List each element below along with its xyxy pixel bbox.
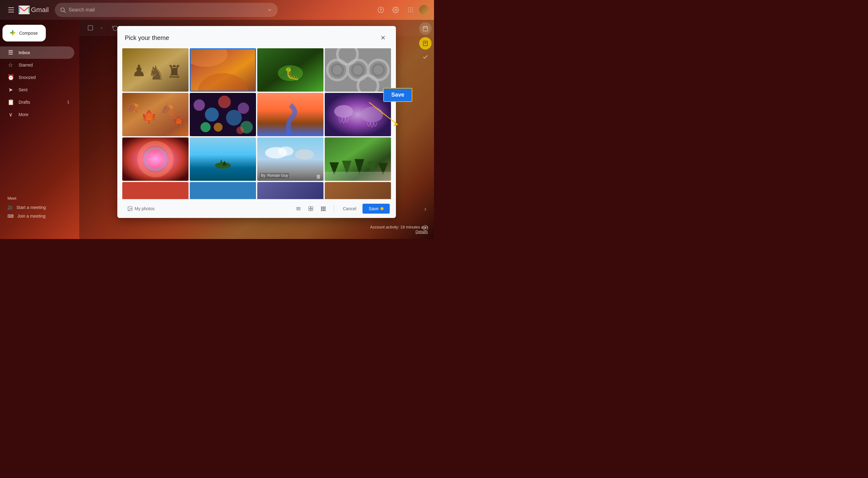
right-notes-icon[interactable]: [419, 37, 432, 50]
my-photos-label: My photos: [135, 206, 155, 211]
svg-point-12: [408, 9, 409, 10]
theme-item-leaves[interactable]: 🍂 🍁 🍂 🍁: [122, 93, 188, 136]
header: Gmail ?: [0, 0, 434, 20]
sky-delete-icon[interactable]: 🗑: [316, 174, 321, 180]
cancel-button[interactable]: Cancel: [337, 204, 363, 214]
save-label: Save: [369, 206, 379, 211]
search-input[interactable]: [68, 7, 264, 13]
save-callout-arrow: [366, 102, 403, 127]
text-view-button[interactable]: [293, 203, 304, 214]
svg-rect-94: [323, 208, 324, 210]
svg-rect-84: [297, 208, 301, 209]
theme-item-forest[interactable]: [325, 138, 391, 181]
svg-text:🍂: 🍂: [125, 101, 139, 114]
compose-button[interactable]: ✚ Compose: [2, 25, 46, 41]
right-tasks-icon[interactable]: [419, 51, 432, 63]
svg-rect-88: [309, 209, 311, 211]
dialog-overlay: Pick your theme ✕: [79, 20, 434, 239]
meet-title: Meet: [7, 196, 46, 201]
theme-item-partial4[interactable]: [325, 182, 391, 199]
theme-grid-container[interactable]: ♟ ♞ ♜: [117, 48, 396, 199]
svg-rect-100: [423, 26, 428, 31]
svg-point-70: [278, 146, 293, 156]
svg-text:♟: ♟: [132, 62, 146, 80]
sidebar-item-sent[interactable]: ➤ Sent: [0, 84, 74, 96]
dialog-title: Pick your theme: [125, 34, 169, 41]
right-expand-icon[interactable]: [419, 203, 432, 215]
canyon-image: [190, 48, 256, 92]
svg-text:🍁: 🍁: [173, 115, 185, 127]
svg-point-14: [412, 9, 413, 10]
sent-icon: ➤: [7, 86, 13, 93]
svg-rect-98: [324, 210, 326, 211]
theme-item-chess[interactable]: ♟ ♞ ♜: [122, 48, 188, 92]
more-icon: ∨: [7, 111, 13, 118]
theme-item-sky[interactable]: By: Romain Guy 🗑: [257, 138, 323, 181]
account-details-link[interactable]: Details: [370, 230, 428, 234]
account-activity-text: Account activity: 19 minutes ago: [370, 225, 428, 230]
svg-text:🍂: 🍂: [160, 102, 174, 116]
main-area: Pick your theme ✕: [79, 20, 434, 239]
join-meeting-label: Join a meeting: [17, 214, 45, 218]
search-dropdown-icon[interactable]: [267, 7, 273, 13]
menu-button[interactable]: [5, 4, 17, 16]
svg-point-10: [410, 7, 411, 8]
theme-item-river[interactable]: [257, 93, 323, 136]
sidebar-item-more[interactable]: ∨ More: [0, 108, 74, 121]
svg-point-16: [410, 11, 411, 12]
help-button[interactable]: ?: [375, 4, 387, 16]
card-view-button[interactable]: [305, 203, 316, 214]
sidebar-item-label-drafts: Drafts: [19, 100, 30, 104]
svg-rect-83: [297, 207, 301, 208]
svg-rect-89: [311, 209, 313, 211]
svg-rect-85: [297, 210, 301, 210]
svg-text:♜: ♜: [166, 62, 182, 82]
svg-point-55: [214, 123, 223, 131]
svg-point-48: [193, 99, 205, 111]
svg-point-82: [129, 207, 129, 208]
svg-point-51: [218, 96, 231, 108]
search-bar[interactable]: [55, 3, 278, 17]
save-callout: Save: [383, 88, 412, 102]
video-icon: 🎥: [7, 205, 13, 210]
start-meeting-button[interactable]: 🎥 Start a meeting: [7, 203, 46, 212]
theme-item-tubes[interactable]: [325, 48, 391, 92]
theme-item-caterpillar[interactable]: 🐛: [257, 48, 323, 92]
sidebar-item-label-inbox: Inbox: [19, 50, 30, 55]
sidebar-item-drafts[interactable]: 📋 Drafts 1: [0, 96, 74, 108]
settings-button[interactable]: [390, 4, 402, 16]
theme-item-bubble[interactable]: [122, 138, 188, 181]
lake-image: [190, 138, 256, 181]
svg-point-50: [200, 122, 211, 132]
snoozed-icon: ⏰: [7, 74, 13, 81]
theme-item-bokeh[interactable]: [190, 93, 256, 136]
drafts-icon: 📋: [7, 99, 13, 106]
bubble-image: [122, 138, 188, 181]
inbox-icon: ☰: [7, 49, 13, 56]
save-button[interactable]: Save: [363, 204, 390, 214]
theme-grid: ♟ ♞ ♜: [122, 48, 391, 199]
theme-item-partial3[interactable]: [257, 182, 323, 199]
apps-button[interactable]: [404, 4, 417, 16]
svg-point-15: [408, 11, 409, 12]
theme-item-canyon[interactable]: [190, 48, 256, 92]
sidebar-item-snoozed[interactable]: ⏰ Snoozed: [0, 71, 74, 84]
theme-item-partial1[interactable]: [122, 182, 188, 199]
right-calendar-icon[interactable]: [419, 22, 432, 35]
join-meeting-button[interactable]: ⌨ Join a meeting: [7, 212, 46, 220]
svg-point-65: [215, 162, 231, 169]
sidebar: ✚ Compose ☰ Inbox ☆ Starred ⏰ Snoozed ➤ …: [0, 20, 79, 239]
my-photos-button[interactable]: My photos: [124, 203, 158, 214]
dialog-close-button[interactable]: ✕: [377, 32, 389, 43]
svg-point-8: [395, 9, 397, 11]
card-view-icon: [308, 206, 314, 211]
svg-rect-91: [323, 207, 324, 208]
theme-dialog: Pick your theme ✕: [117, 26, 396, 218]
grid-view-button[interactable]: [318, 203, 329, 214]
sidebar-item-inbox[interactable]: ☰ Inbox: [0, 47, 74, 59]
user-avatar[interactable]: [419, 5, 429, 15]
theme-item-partial2[interactable]: [190, 182, 256, 199]
theme-item-lake[interactable]: [190, 138, 256, 181]
svg-rect-95: [324, 208, 326, 210]
sidebar-item-starred[interactable]: ☆ Starred: [0, 59, 74, 71]
